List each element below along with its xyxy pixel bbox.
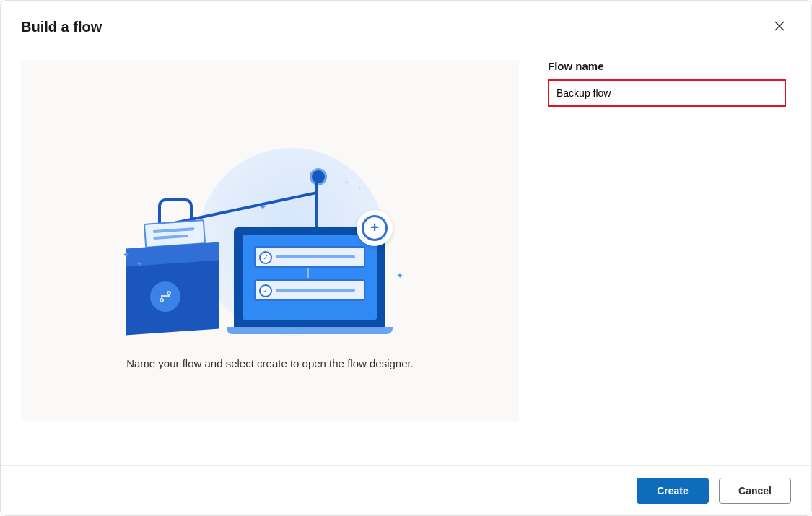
build-flow-dialog: Build a flow	[0, 0, 812, 516]
flow-name-input[interactable]	[548, 79, 786, 107]
form-panel: Flow name	[548, 60, 791, 465]
cancel-button[interactable]: Cancel	[719, 478, 791, 504]
svg-point-2	[160, 299, 163, 302]
dialog-header: Build a flow	[1, 1, 811, 38]
plus-icon: +	[357, 210, 393, 246]
dialog-body: ✓ ✓ + ✦ ✦ ✦ ✦ ✦ ✦ Name your flow and sel…	[1, 38, 811, 465]
flow-graph-icon	[150, 281, 180, 312]
illustration-caption: Name your flow and select create to open…	[126, 357, 414, 369]
illustration-panel: ✓ ✓ + ✦ ✦ ✦ ✦ ✦ ✦ Name your flow and sel…	[21, 60, 519, 421]
flow-illustration: ✓ ✓ + ✦ ✦ ✦ ✦ ✦ ✦	[118, 134, 422, 336]
create-button[interactable]: Create	[637, 478, 709, 504]
close-icon	[774, 21, 785, 33]
flow-name-label: Flow name	[548, 60, 791, 72]
dialog-footer: Create Cancel	[1, 465, 811, 515]
close-button[interactable]	[768, 15, 791, 38]
svg-point-3	[167, 292, 170, 294]
dialog-title: Build a flow	[21, 19, 102, 35]
